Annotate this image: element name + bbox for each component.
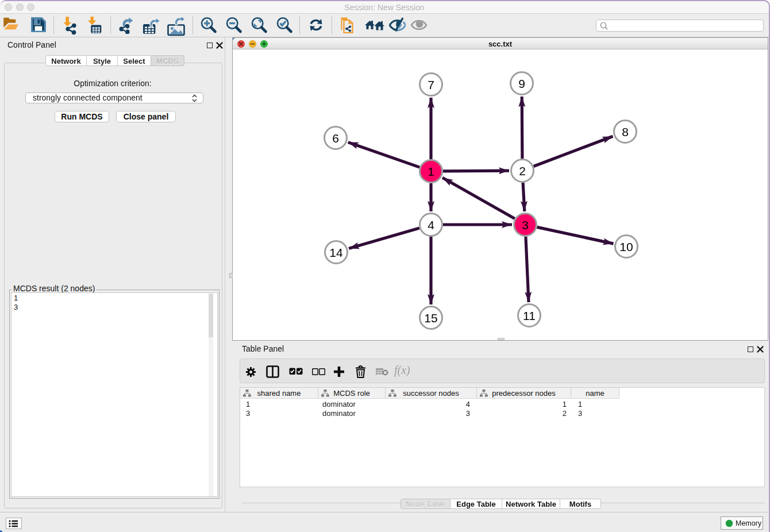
svg-text:3: 3 <box>522 218 529 232</box>
svg-text:4: 4 <box>428 218 434 232</box>
svg-text:15: 15 <box>424 311 437 325</box>
svg-text:8: 8 <box>622 125 629 138</box>
svg-text:10: 10 <box>619 240 633 253</box>
svg-text:1: 1 <box>428 165 434 178</box>
svg-text:11: 11 <box>523 309 536 322</box>
svg-text:6: 6 <box>332 132 339 145</box>
svg-text:14: 14 <box>329 246 343 259</box>
svg-text:7: 7 <box>428 78 434 91</box>
svg-text:2: 2 <box>519 164 526 178</box>
svg-text:9: 9 <box>518 77 525 90</box>
